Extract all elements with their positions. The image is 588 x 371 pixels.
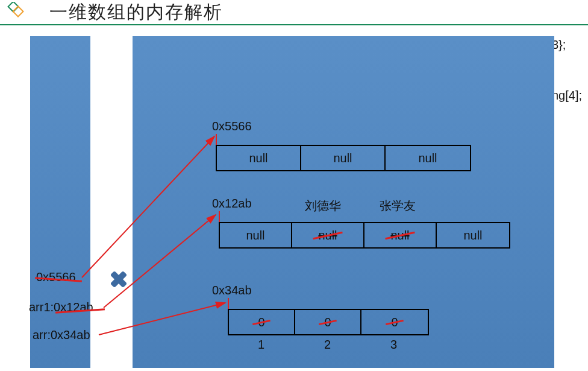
heap-array-block1: null null null — [216, 145, 471, 171]
stack-region — [30, 36, 90, 368]
array-cell: null — [437, 223, 509, 247]
array-cell: null — [217, 146, 301, 170]
address-tick — [219, 211, 220, 222]
cross-icon — [110, 270, 128, 288]
array-cell: null — [364, 223, 437, 247]
page-title: 一维数组的内存解析 — [49, 0, 223, 25]
array-cell: null — [292, 223, 364, 247]
cell-below-label: 2 — [324, 338, 331, 352]
array-cell: null — [220, 223, 292, 247]
array-cell: null — [386, 146, 470, 170]
cell-below-label: 3 — [390, 338, 397, 352]
heap-array-block2: null null null null — [219, 222, 510, 249]
heap-array-block3: 0 0 0 — [228, 309, 429, 335]
stack-entry: arr:0x34ab — [33, 328, 90, 342]
cell-above-label: 刘德华 — [305, 198, 341, 214]
address-tick — [216, 134, 217, 145]
heap-address-label: 0x34ab — [212, 284, 252, 297]
logo-icon — [5, 2, 25, 22]
array-cell: 0 — [295, 310, 361, 334]
array-cell: 0 — [361, 310, 428, 334]
array-cell: null — [301, 146, 386, 170]
array-cell: 0 — [229, 310, 295, 334]
heap-address-label: 0x5566 — [212, 119, 252, 133]
address-tick — [228, 298, 229, 309]
cell-above-label: 张学友 — [380, 198, 416, 214]
heap-address-label: 0x12ab — [212, 197, 252, 211]
svg-rect-1 — [13, 7, 23, 17]
cell-below-label: 1 — [258, 338, 264, 352]
